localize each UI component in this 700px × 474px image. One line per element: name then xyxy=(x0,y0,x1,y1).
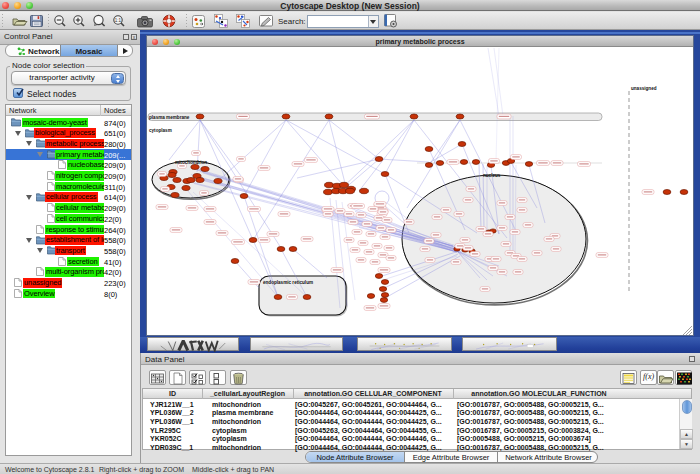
svg-text:mitochondrion: mitochondrion xyxy=(175,160,207,165)
svg-text:endoplasmic reticulum: endoplasmic reticulum xyxy=(263,280,313,285)
svg-text:1:1: 1:1 xyxy=(115,18,122,23)
svg-text:plasma membrane: plasma membrane xyxy=(149,115,190,120)
svg-text:nucleus: nucleus xyxy=(483,173,501,178)
svg-text:unassigned: unassigned xyxy=(631,86,657,91)
svg-text:Search:: Search: xyxy=(278,17,306,26)
svg-text:cytoplasm: cytoplasm xyxy=(149,128,172,133)
